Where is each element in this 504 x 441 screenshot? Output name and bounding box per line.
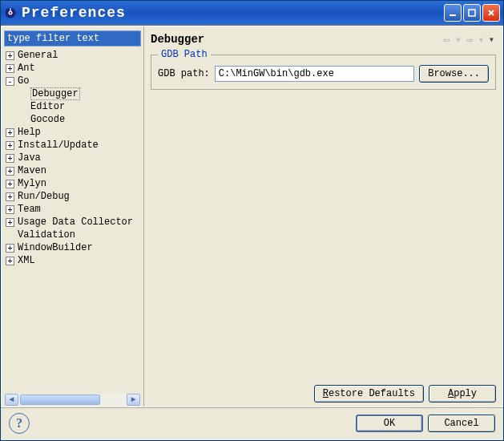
back-icon[interactable]: ⇦ — [441, 33, 452, 47]
tree-item-label: Maven — [18, 165, 46, 176]
restore-defaults-button[interactable]: Restore Defaults — [314, 385, 424, 403]
view-menu-icon[interactable]: ▾ — [487, 34, 496, 46]
back-menu-icon[interactable]: ▾ — [452, 33, 463, 47]
tree-item-label: Debugger — [30, 87, 80, 100]
tree-item-ant[interactable]: +Ant — [4, 62, 141, 75]
tree-item-label: Install/Update — [18, 140, 99, 151]
tree-item-label: Mylyn — [18, 178, 46, 189]
scroll-track[interactable] — [18, 394, 127, 406]
scroll-right-button[interactable]: ► — [127, 394, 140, 406]
collapse-icon[interactable]: - — [6, 77, 14, 86]
tree-item-help[interactable]: +Help — [4, 126, 141, 139]
expand-icon[interactable]: + — [6, 180, 14, 188]
gdb-path-label: GDB path: — [158, 68, 210, 79]
tree-item-editor[interactable]: Editor — [4, 100, 141, 113]
maximize-button[interactable] — [463, 4, 481, 22]
tree-item-label: Ant — [18, 63, 35, 74]
svg-rect-5 — [469, 10, 475, 16]
expand-icon[interactable]: + — [6, 154, 14, 163]
cancel-button[interactable]: Cancel — [428, 415, 495, 432]
tree-item-install-update[interactable]: +Install/Update — [4, 139, 141, 152]
browse-button-label: Browse... — [428, 68, 480, 79]
sidebar: +General+Ant-GoDebuggerEditorGocode+Help… — [2, 26, 144, 407]
expand-icon[interactable]: + — [6, 141, 14, 150]
tree-item-label: Gocode — [30, 114, 65, 125]
help-icon[interactable]: ? — [9, 413, 30, 434]
tree-item-gocode[interactable]: Gocode — [4, 113, 141, 126]
apply-button[interactable]: Apply — [429, 385, 496, 403]
expand-icon[interactable]: + — [6, 64, 14, 73]
tree-item-label: Java — [18, 152, 41, 164]
tree-item-windowbuilder[interactable]: +WindowBuilder — [4, 241, 141, 254]
tree-item-general[interactable]: +General — [4, 49, 141, 62]
expand-icon[interactable]: + — [6, 218, 14, 227]
tree-item-label: Team — [18, 204, 41, 215]
filter-input[interactable] — [4, 30, 141, 47]
ok-button[interactable]: OK — [356, 415, 423, 432]
expand-icon[interactable]: + — [6, 244, 14, 253]
scroll-thumb[interactable] — [20, 394, 100, 405]
restore-defaults-label: Restore Defaults — [323, 388, 415, 399]
no-expander — [18, 115, 27, 124]
tree-item-label: WindowBuilder — [18, 242, 93, 253]
no-expander — [18, 103, 27, 111]
tree-item-debugger[interactable]: Debugger — [4, 87, 141, 100]
page-title: Debugger — [151, 33, 441, 46]
minimize-button[interactable] — [444, 4, 462, 22]
tree-item-run-debug[interactable]: +Run/Debug — [4, 190, 141, 203]
tree-item-usage-data-collector[interactable]: +Usage Data Collector — [4, 216, 141, 229]
gdb-path-input[interactable] — [215, 66, 414, 82]
expand-icon[interactable]: + — [6, 128, 14, 137]
apply-label: Apply — [448, 388, 477, 399]
expand-icon[interactable]: + — [6, 51, 14, 60]
tree-item-team[interactable]: +Team — [4, 203, 141, 216]
expand-icon[interactable]: + — [6, 192, 14, 201]
svg-rect-4 — [450, 14, 456, 16]
app-icon — [4, 6, 17, 19]
tree-item-label: Help — [18, 127, 41, 138]
tree-item-label: General — [18, 50, 58, 61]
group-title: GDB Path — [158, 49, 211, 60]
svg-point-3 — [10, 12, 11, 14]
expand-icon[interactable]: + — [6, 205, 14, 214]
expand-icon[interactable]: + — [6, 167, 14, 176]
tree-item-validation[interactable]: Validation — [4, 229, 141, 241]
tree-item-label: Usage Data Collector — [18, 216, 133, 228]
tree-item-label: Editor — [30, 101, 65, 112]
forward-menu-icon[interactable]: ▾ — [475, 33, 486, 47]
window-title: Preferences — [22, 5, 444, 21]
no-expander — [18, 90, 27, 99]
tree-item-label: Run/Debug — [18, 191, 70, 202]
tree-item-label: Go — [18, 75, 29, 87]
browse-button[interactable]: Browse... — [419, 65, 489, 83]
tree-item-xml[interactable]: +XML — [4, 254, 141, 267]
scroll-left-button[interactable]: ◄ — [5, 394, 18, 406]
tree-item-label: XML — [18, 255, 35, 266]
preference-tree[interactable]: +General+Ant-GoDebuggerEditorGocode+Help… — [4, 49, 141, 393]
horizontal-scrollbar[interactable]: ◄ ► — [4, 393, 141, 407]
tree-item-label: Validation — [18, 229, 75, 241]
dialog-footer: ? OK Cancel — [1, 407, 503, 440]
tree-item-maven[interactable]: +Maven — [4, 164, 141, 177]
gdb-path-group: GDB Path GDB path: Browse... — [151, 55, 496, 90]
tree-item-mylyn[interactable]: +Mylyn — [4, 177, 141, 190]
tree-item-go[interactable]: -Go — [4, 75, 141, 87]
main-panel: Debugger ⇦ ▾ ⇨ ▾ ▾ GDB Path GDB path: Br… — [144, 26, 502, 407]
expand-icon[interactable]: + — [6, 257, 14, 265]
tree-item-java[interactable]: +Java — [4, 152, 141, 164]
close-button[interactable] — [482, 4, 500, 22]
forward-icon[interactable]: ⇨ — [464, 33, 475, 47]
titlebar[interactable]: Preferences — [1, 1, 503, 25]
no-expander — [6, 231, 14, 240]
